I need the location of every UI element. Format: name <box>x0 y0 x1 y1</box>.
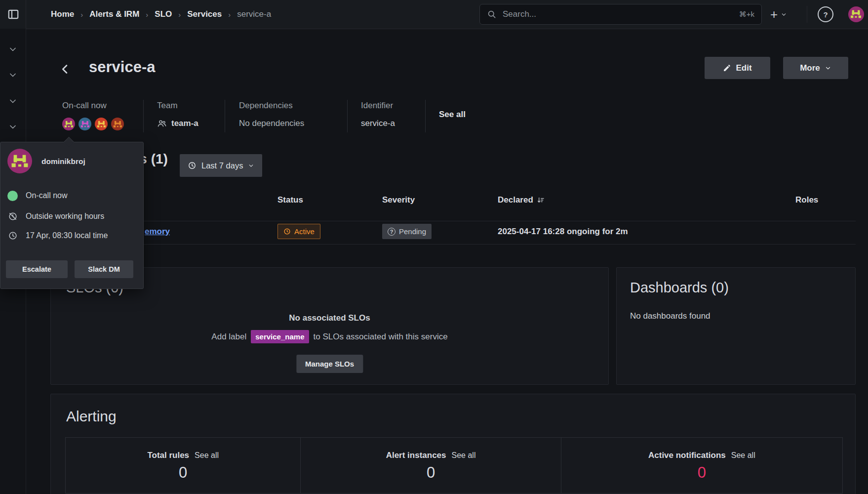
sidebar-section-toggle[interactable] <box>8 44 18 54</box>
edit-button-label: Edit <box>736 63 751 73</box>
top-navigation-bar: Home › Alerts & IRM › SLO › Services › s… <box>0 0 868 29</box>
stat-total-rules: Total rules See all 0 <box>66 438 300 493</box>
meta-divider <box>347 100 348 132</box>
table-row-border <box>50 244 856 245</box>
stat-alert-instances: Alert instances See all 0 <box>300 438 560 493</box>
chevron-down-icon <box>781 11 787 18</box>
add-new-button[interactable]: + <box>770 6 787 22</box>
dashboards-panel-title: Dashboards (0) <box>630 280 729 296</box>
slos-add-label-line: Add label service_name to SLOs associate… <box>51 330 608 343</box>
user-card-username: dominikbroj <box>41 157 85 166</box>
more-button-label: More <box>800 63 820 73</box>
escalate-button[interactable]: Escalate <box>6 260 68 278</box>
slack-dm-button[interactable]: Slack DM <box>75 260 133 278</box>
search-input[interactable] <box>502 9 734 20</box>
oncall-now-label: On-call now <box>62 101 107 111</box>
oncall-status-text: On-call now <box>26 191 67 200</box>
add-label-prefix: Add label <box>211 332 246 342</box>
oncall-avatar[interactable] <box>62 118 75 130</box>
dependencies-label: Dependencies <box>239 101 293 111</box>
time-range-label: Last 7 days <box>201 161 243 170</box>
status-badge-active: Active <box>277 224 320 239</box>
user-avatar[interactable] <box>848 6 864 22</box>
dependencies-value: No dependencies <box>239 119 304 128</box>
sidebar-toggle-icon[interactable] <box>6 7 21 22</box>
breadcrumb-home[interactable]: Home <box>51 9 74 19</box>
see-all-active-notifications-link[interactable]: See all <box>731 451 755 460</box>
chevron-down-icon <box>825 65 831 72</box>
clock-icon <box>283 228 291 235</box>
column-header-status: Status <box>277 195 303 205</box>
time-range-picker[interactable]: Last 7 days <box>180 154 262 177</box>
stat-label: Active notifications <box>648 451 726 460</box>
oncall-avatar[interactable] <box>111 118 124 130</box>
clock-icon <box>8 231 18 241</box>
stat-label: Total rules <box>147 451 189 460</box>
identifier-label: Identifier <box>361 101 393 111</box>
meta-divider <box>225 100 225 132</box>
clock-icon <box>188 161 197 170</box>
search-shortcut: ⌘+k <box>739 10 754 19</box>
sidebar-section-toggle[interactable] <box>8 96 18 106</box>
question-icon: ? <box>388 228 395 236</box>
oncall-avatar-group <box>62 118 124 130</box>
team-value[interactable]: team-a <box>157 119 198 128</box>
meta-divider <box>143 100 144 132</box>
severity-badge-pending: ? Pending <box>382 224 432 239</box>
stat-value: 0 <box>427 465 435 480</box>
oncall-avatar[interactable] <box>79 118 91 130</box>
oncall-status-dot <box>7 191 18 201</box>
help-icon[interactable]: ? <box>818 6 833 22</box>
sidebar-section-toggle[interactable] <box>8 122 18 132</box>
stat-active-notifications: Active notifications See all 0 <box>561 438 842 493</box>
status-badge-label: Active <box>294 227 315 236</box>
tooltip-arrow <box>64 137 74 147</box>
team-label: Team <box>157 101 178 111</box>
breadcrumb: Home › Alerts & IRM › SLO › Services › s… <box>51 0 271 29</box>
breadcrumb-slo[interactable]: SLO <box>155 9 172 19</box>
stat-value: 0 <box>179 465 187 480</box>
incident-declared-time: 2025-04-17 16:28 ongoing for 2m <box>498 227 628 237</box>
search-box[interactable]: ⌘+k <box>479 4 762 25</box>
severity-badge-label: Pending <box>399 227 426 236</box>
sort-descending-icon <box>537 196 545 204</box>
help-glyph: ? <box>823 10 828 19</box>
identifier-value: service-a <box>361 119 395 128</box>
breadcrumb-separator: › <box>80 10 83 19</box>
table-row-border <box>50 221 856 221</box>
working-hours-text: Outside working hours <box>26 212 104 221</box>
alerting-panel-title: Alerting <box>66 408 117 425</box>
more-button[interactable]: More <box>783 57 848 79</box>
local-time-text: 17 Apr, 08:30 local time <box>26 231 108 240</box>
grafana-app: Home › Alerts & IRM › SLO › Services › s… <box>0 0 868 494</box>
breadcrumb-alerts-irm[interactable]: Alerts & IRM <box>89 9 139 19</box>
alerting-panel: Alerting Total rules See all 0 Alert ins… <box>50 394 856 494</box>
users-icon <box>157 119 167 128</box>
dashboards-panel: Dashboards (0) No dashboards found <box>616 267 856 385</box>
alerting-stats: Total rules See all 0 Alert instances Se… <box>65 437 843 494</box>
add-label-suffix: to SLOs associated with this service <box>314 332 448 342</box>
user-card-avatar <box>7 149 32 173</box>
see-all-alert-instances-link[interactable]: See all <box>452 451 476 460</box>
stat-label: Alert instances <box>386 451 446 460</box>
column-header-declared[interactable]: Declared <box>498 195 545 205</box>
sidebar-section-toggle[interactable] <box>8 70 18 80</box>
oncall-avatar[interactable] <box>95 118 108 130</box>
team-name: team-a <box>171 119 198 128</box>
see-all-metadata-link[interactable]: See all <box>439 110 466 120</box>
meta-divider <box>425 100 426 132</box>
service-name-label-chip: service_name <box>251 330 309 343</box>
breadcrumb-separator: › <box>178 10 181 19</box>
edit-button[interactable]: Edit <box>705 57 770 79</box>
back-button[interactable] <box>58 61 73 77</box>
breadcrumb-services[interactable]: Services <box>187 9 222 19</box>
stat-value: 0 <box>698 465 706 480</box>
column-header-severity: Severity <box>382 195 415 205</box>
plus-icon: + <box>770 7 778 22</box>
incident-link[interactable]: emory <box>145 227 170 237</box>
pencil-icon <box>723 64 731 72</box>
manage-slos-button[interactable]: Manage SLOs <box>296 355 363 373</box>
see-all-total-rules-link[interactable]: See all <box>195 451 219 460</box>
page-title: service-a <box>89 58 155 76</box>
dashboards-empty-text: No dashboards found <box>630 311 710 321</box>
